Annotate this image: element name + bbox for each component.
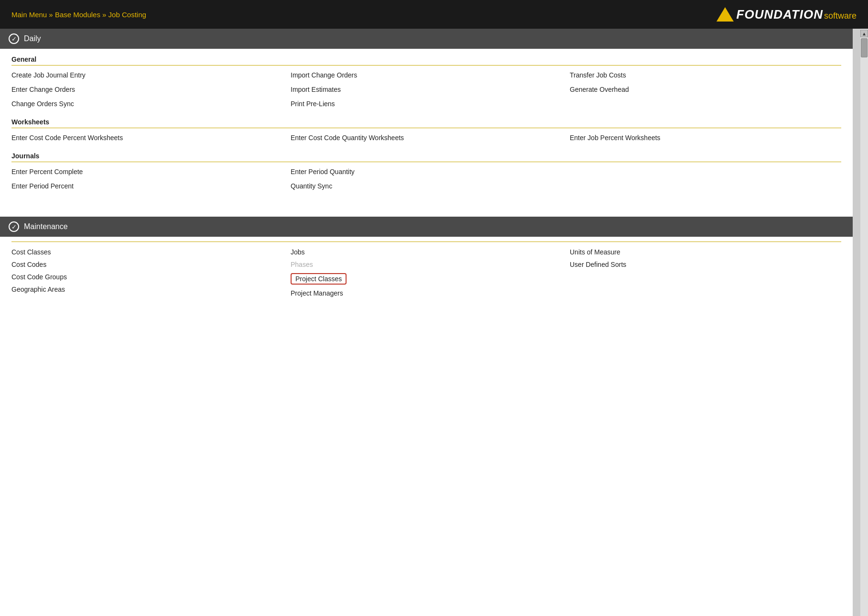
link-empty-2 [570, 166, 841, 177]
page-main: ✓ Daily General Create Job Journal Entry… [0, 29, 860, 616]
link-phases: Phases [291, 258, 562, 271]
link-jobs[interactable]: Jobs [291, 246, 562, 258]
logo-triangle-icon [716, 7, 734, 22]
maintenance-section-icon: ✓ [9, 221, 19, 232]
scrollbar-track: ▲ [860, 29, 868, 616]
link-project-classes[interactable]: Project Classes [291, 273, 347, 285]
link-generate-overhead[interactable]: Generate Overhead [570, 84, 841, 95]
link-cost-code-groups[interactable]: Cost Code Groups [11, 271, 283, 283]
link-project-managers[interactable]: Project Managers [291, 287, 562, 299]
journals-divider [11, 162, 841, 162]
journals-group-label: Journals [11, 145, 841, 162]
worksheets-divider [11, 128, 841, 128]
link-cost-classes[interactable]: Cost Classes [11, 246, 283, 258]
general-link-grid: Create Job Journal Entry Import Change O… [11, 69, 841, 110]
daily-section-body: General Create Job Journal Entry Import … [0, 49, 853, 205]
maintenance-section-title: Maintenance [24, 222, 68, 231]
link-quantity-sync[interactable]: Quantity Sync [291, 180, 562, 192]
link-import-change-orders[interactable]: Import Change Orders [291, 69, 562, 81]
daily-section-icon: ✓ [9, 33, 19, 44]
daily-section-title: Daily [24, 34, 41, 43]
maintenance-link-grid: Cost Classes Cost Codes Cost Code Groups… [11, 246, 841, 299]
maintenance-col1: Cost Classes Cost Codes Cost Code Groups… [11, 246, 283, 299]
maintenance-section-header: ✓ Maintenance [0, 217, 853, 237]
link-change-orders-sync[interactable]: Change Orders Sync [11, 98, 283, 110]
logo-software: software [824, 11, 857, 21]
link-transfer-job-costs[interactable]: Transfer Job Costs [570, 69, 841, 81]
section-gap [0, 205, 853, 217]
scrollbar-thumb[interactable] [861, 38, 868, 57]
maintenance-top-divider [11, 242, 841, 242]
link-enter-cost-code-percent-worksheets[interactable]: Enter Cost Code Percent Worksheets [11, 132, 283, 143]
link-create-job-journal-entry[interactable]: Create Job Journal Entry [11, 69, 283, 81]
link-units-of-measure[interactable]: Units of Measure [570, 246, 841, 258]
general-group-label: General [11, 49, 841, 65]
link-empty-3 [570, 180, 841, 192]
daily-section-header: ✓ Daily [0, 29, 853, 49]
general-divider [11, 65, 841, 66]
link-enter-percent-complete[interactable]: Enter Percent Complete [11, 166, 283, 177]
header: Main Menu » Base Modules » Job Costing F… [0, 0, 868, 29]
page-outer: ✓ Daily General Create Job Journal Entry… [0, 29, 868, 616]
maintenance-section-body: Cost Classes Cost Codes Cost Code Groups… [0, 237, 853, 313]
worksheets-group-label: Worksheets [11, 111, 841, 128]
link-enter-period-quantity[interactable]: Enter Period Quantity [291, 166, 562, 177]
logo-area: FOUNDATION software [716, 7, 857, 22]
link-cost-codes[interactable]: Cost Codes [11, 258, 283, 271]
link-user-defined-sorts[interactable]: User Defined Sorts [570, 258, 841, 271]
link-geographic-areas[interactable]: Geographic Areas [11, 283, 283, 296]
link-import-estimates[interactable]: Import Estimates [291, 84, 562, 95]
maintenance-col2: Jobs Phases Project Classes Project Mana… [291, 246, 562, 299]
link-enter-cost-code-quantity-worksheets[interactable]: Enter Cost Code Quantity Worksheets [291, 132, 562, 143]
worksheets-link-grid: Enter Cost Code Percent Worksheets Enter… [11, 132, 841, 143]
link-empty-1 [570, 98, 841, 110]
link-enter-period-percent[interactable]: Enter Period Percent [11, 180, 283, 192]
link-enter-job-percent-worksheets[interactable]: Enter Job Percent Worksheets [570, 132, 841, 143]
journals-link-grid: Enter Percent Complete Enter Period Quan… [11, 166, 841, 192]
logo-foundation: FOUNDATION [737, 7, 823, 22]
link-enter-change-orders[interactable]: Enter Change Orders [11, 84, 283, 95]
scroll-up-arrow[interactable]: ▲ [860, 30, 868, 37]
link-print-pre-liens[interactable]: Print Pre-Liens [291, 98, 562, 110]
breadcrumb: Main Menu » Base Modules » Job Costing [11, 11, 146, 19]
maintenance-col3: Units of Measure User Defined Sorts [570, 246, 841, 299]
